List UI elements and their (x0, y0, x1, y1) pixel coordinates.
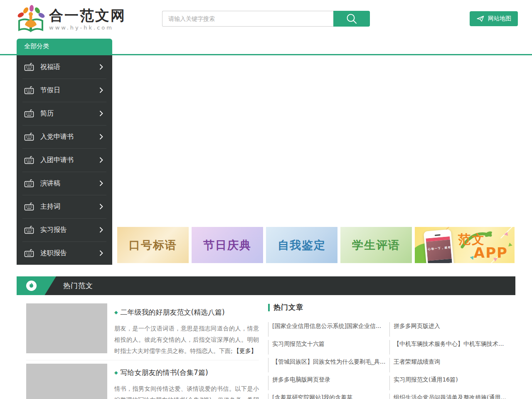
sidebar-item-label: 入团申请书 (40, 156, 99, 165)
article-item: ◆写给女朋友的情书(合集7篇) 情书，指男女间传情达爱、谈情说爱的书信。以下是小… (26, 360, 259, 399)
site-title: 合一范文网 (49, 7, 126, 24)
hot-section-title: 热门范文 (63, 276, 93, 295)
chevron-right-icon (99, 227, 103, 233)
app-title-line2: APP (474, 244, 508, 261)
hot-articles-title: 热门文章 (273, 303, 303, 312)
flame-icon (26, 280, 37, 291)
chevron-right-icon (99, 204, 103, 209)
diamond-bullet-icon: ◆ (114, 310, 118, 315)
hot-article-link[interactable]: 【管城回族区】回族女性为什么要剃毛_具... (268, 358, 388, 372)
sidebar-item-label: 简历 (40, 109, 99, 118)
search-bar (162, 11, 370, 27)
hot-section-header: 热门范文 (17, 276, 515, 295)
article-content: ◆写给女朋友的情书(合集7篇) 情书，指男女间传情达爱、谈情说爱的书信。以下是小… (114, 364, 259, 399)
sidebar-item-shixibaogao[interactable]: 实习报告 (17, 218, 112, 241)
diamond-bullet-icon: ◆ (114, 370, 118, 375)
banner-kouhaobiaoyu[interactable]: 口号标语 (117, 227, 189, 263)
keyboard-icon (24, 109, 34, 118)
phone-banner-text: 心动一下，就有体会！ (428, 244, 453, 251)
hot-articles-header: 热门文章 (268, 303, 509, 312)
hot-flag (17, 276, 56, 295)
site-url: www.hy-hk.com (49, 25, 126, 31)
search-input[interactable] (162, 11, 333, 27)
hot-article-link[interactable]: [国家企业信用信息公示系统]国家企业信... (268, 322, 388, 337)
hot-article-link[interactable]: 王者荣耀战绩查询 (389, 358, 509, 372)
sitemap-button[interactable]: 网站地图 (470, 11, 518, 26)
logo[interactable]: 合一范文网 www.hy-hk.com (17, 4, 126, 33)
keyboard-icon (24, 155, 34, 165)
chevron-right-icon (99, 134, 103, 140)
hot-article-link[interactable]: [含羞草研究院网站]我的含羞草 (268, 394, 388, 399)
phone-screen: 心动一下，就有体会！ (426, 236, 453, 263)
keyboard-icon (24, 202, 34, 211)
phone-app-banner: 心动一下，就有体会！ (426, 240, 452, 261)
hot-article-link[interactable]: 【中机车辆技术服务中心】中机车辆技术... (389, 340, 509, 355)
article-content: ◆二年级我的好朋友范文(精选八篇) 朋友，是一个汉语词语，意思是指志同道合的人，… (114, 303, 259, 357)
logo-text: 合一范文网 www.hy-hk.com (49, 7, 126, 31)
chevron-right-icon (99, 87, 103, 93)
banner-xueshengpingyu[interactable]: 学生评语 (340, 227, 412, 263)
sidebar-item-label: 主持词 (40, 202, 99, 211)
triangle-decor (507, 242, 512, 246)
triangle-decor (504, 232, 509, 236)
sidebar-item-label: 演讲稿 (40, 179, 99, 188)
phone-speaker (435, 234, 441, 236)
hot-article-link[interactable]: 拼多多网页版进入 (389, 322, 509, 337)
sidebar-item-zhuchici[interactable]: 主持词 (17, 195, 112, 218)
banner-jieriqingdian[interactable]: 节日庆典 (192, 227, 263, 263)
chevron-right-icon (99, 250, 103, 256)
more-link[interactable]: 【更多】 (233, 347, 257, 354)
sidebar-item-rudangshenqingshu[interactable]: 入党申请书 (17, 125, 112, 148)
banner-row: 口号标语 节日庆典 自我鉴定 学生评语 心动一下，就有体会！ (117, 227, 515, 263)
chevron-right-icon (99, 180, 103, 186)
keyboard-icon (24, 225, 34, 234)
hot-articles-list: [国家企业信用信息公示系统]国家企业信... 拼多多网页版进入 实习周报范文十六… (268, 319, 509, 399)
chevron-right-icon (99, 64, 103, 70)
sidebar-item-yanjianggao[interactable]: 演讲稿 (17, 172, 112, 195)
search-icon (345, 12, 358, 25)
category-header[interactable]: 全部分类 (17, 39, 112, 54)
green-bar-decor (268, 304, 270, 311)
hot-articles-panel: 热门文章 [国家企业信用信息公示系统]国家企业信... 拼多多网页版进入 实习周… (268, 303, 509, 399)
category-sidebar: 祝福语 节假日 简历 入党申请书 入团申请书 演讲稿 (17, 55, 112, 265)
sidebar-item-label: 节假日 (40, 86, 99, 95)
keyboard-icon (24, 132, 34, 141)
triangle-decor (461, 237, 465, 241)
chevron-right-icon (99, 157, 103, 163)
article-title[interactable]: ◆写给女朋友的情书(合集7篇) (114, 368, 259, 377)
banner-fanwen-app[interactable]: 心动一下，就有体会！ 范文 APP (415, 227, 515, 263)
sidebar-item-shuzhibaogao[interactable]: 述职报告 (17, 241, 112, 265)
article-excerpt: 情书，指男女间传情达爱、谈情说爱的书信。以下是小编整理的写给女朋友的情书(合集7… (114, 383, 259, 399)
sidebar-item-label: 述职报告 (40, 249, 99, 258)
phone-mockup: 心动一下，就有体会！ (424, 229, 455, 263)
keyboard-icon (24, 62, 34, 71)
sitemap-icon (476, 15, 485, 23)
hot-article-link[interactable]: 实习周报范文十六篇 (268, 340, 388, 355)
article-item: ◆二年级我的好朋友范文(精选八篇) 朋友，是一个汉语词语，意思是指志同道合的人，… (26, 303, 259, 360)
keyboard-icon (24, 86, 34, 95)
hot-article-link[interactable]: 实习周报范文(通用16篇) (389, 376, 509, 390)
featured-articles: ◆二年级我的好朋友范文(精选八篇) 朋友，是一个汉语词语，意思是指志同道合的人，… (26, 303, 259, 399)
sidebar-item-jianli[interactable]: 简历 (17, 102, 112, 125)
page: 合一范文网 www.hy-hk.com 网站地图 全部分类 (0, 0, 532, 399)
hot-section-body: ◆二年级我的好朋友范文(精选八篇) 朋友，是一个汉语词语，意思是指志同道合的人，… (17, 295, 515, 399)
sidebar-item-zhufuyu[interactable]: 祝福语 (17, 55, 112, 79)
banner-ziwojianding[interactable]: 自我鉴定 (266, 227, 337, 263)
hot-article-link[interactable]: 拼多多电脑版网页登录 (268, 376, 388, 390)
article-thumbnail[interactable] (26, 303, 107, 353)
article-thumbnail[interactable] (26, 364, 107, 399)
sidebar-item-label: 实习报告 (40, 226, 99, 234)
sidebar-item-label: 祝福语 (40, 63, 99, 71)
sidebar-item-label: 入党申请书 (40, 133, 99, 141)
sidebar-item-rutuanshenqingshu[interactable]: 入团申请书 (17, 148, 112, 172)
keyboard-icon (24, 249, 34, 258)
chevron-right-icon (99, 111, 103, 116)
search-button[interactable] (333, 11, 370, 27)
logo-icon (17, 4, 45, 33)
article-title[interactable]: ◆二年级我的好朋友范文(精选八篇) (114, 308, 259, 317)
sidebar-item-jiejiari[interactable]: 节假日 (17, 79, 112, 102)
keyboard-icon (24, 179, 34, 188)
hot-article-link[interactable]: 组织生活会党员问题清单及整改措施(通用... (389, 394, 509, 399)
sitemap-label: 网站地图 (488, 15, 511, 22)
article-excerpt: 朋友，是一个汉语词语，意思是指志同道合的人，情意相投的人。彼此有交情的人，后指交… (114, 323, 259, 357)
